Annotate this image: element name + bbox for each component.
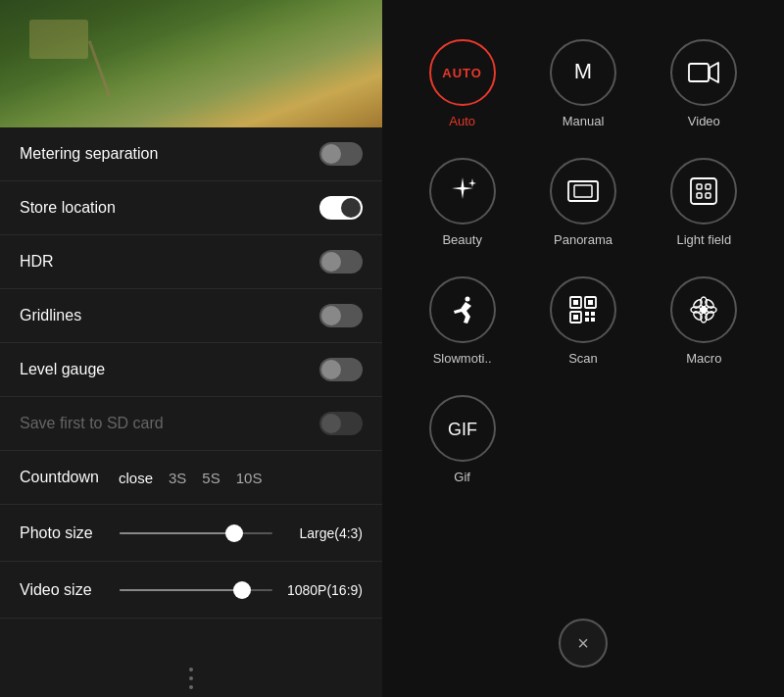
setting-row-metering-separation: Metering separation: [0, 127, 382, 181]
svg-rect-9: [706, 193, 710, 198]
panorama-icon: [566, 178, 600, 204]
video-icon: [688, 59, 719, 86]
camera-preview: [0, 0, 382, 127]
slider-track-photo-size[interactable]: [120, 532, 272, 534]
mode-item-scan[interactable]: Scan: [527, 267, 638, 375]
setting-row-save-sd: Save first to SD card: [0, 397, 382, 451]
mode-grid: AUTO Auto M Manual Video: [407, 29, 760, 494]
m-icon: M: [567, 57, 599, 88]
countdown-10s[interactable]: 10S: [236, 470, 263, 486]
mode-label-auto: Auto: [449, 114, 475, 128]
countdown-label: Countdown: [20, 469, 99, 486]
setting-label-save-sd: Save first to SD card: [20, 415, 164, 432]
mode-item-slowmotion[interactable]: Slowmoti..: [407, 267, 517, 375]
flower-icon: [687, 293, 720, 326]
toggle-store-location[interactable]: [319, 196, 363, 220]
mode-item-video[interactable]: Video: [649, 29, 760, 138]
setting-label-metering-separation: Metering separation: [20, 145, 158, 163]
svg-rect-16: [573, 315, 578, 320]
svg-text:GIF: GIF: [448, 420, 477, 439]
settings-list: Metering separation Store location HDR G…: [0, 127, 382, 656]
mode-circle-beauty: [429, 158, 496, 224]
slider-label-photo-size: Photo size: [20, 524, 108, 542]
toggle-metering-separation[interactable]: [319, 142, 363, 166]
dot-1: [189, 668, 193, 672]
mode-item-beauty[interactable]: Beauty: [407, 148, 517, 257]
qr-icon: [566, 293, 600, 326]
svg-rect-18: [591, 312, 595, 316]
left-panel: Metering separation Store location HDR G…: [0, 0, 382, 697]
svg-text:M: M: [574, 59, 592, 83]
close-button[interactable]: ×: [559, 619, 608, 668]
mode-label-light-field: Light field: [677, 232, 732, 247]
mode-circle-video: [670, 39, 737, 106]
mode-label-slowmotion: Slowmoti..: [433, 351, 492, 366]
auto-text: AUTO: [442, 66, 482, 80]
mode-label-video: Video: [688, 114, 720, 128]
mode-circle-panorama: [550, 158, 616, 224]
mode-item-panorama[interactable]: Panorama: [527, 148, 638, 257]
countdown-5s[interactable]: 5S: [202, 470, 220, 486]
slider-label-video-size: Video size: [20, 581, 108, 599]
mode-item-gif[interactable]: GIF Gif: [407, 385, 517, 494]
mode-circle-macro: [670, 276, 737, 343]
mode-circle-gif: GIF: [429, 395, 496, 462]
sparkle-icon: [446, 174, 479, 208]
svg-rect-1: [689, 64, 709, 81]
setting-label-store-location: Store location: [20, 199, 116, 217]
mode-circle-scan: [550, 276, 616, 343]
svg-rect-17: [585, 312, 589, 316]
slider-value-video-size: 1080P(16:9): [284, 582, 363, 598]
mode-circle-slowmotion: [429, 276, 496, 343]
mode-item-auto[interactable]: AUTO Auto: [407, 29, 517, 138]
mode-item-light-field[interactable]: Light field: [649, 148, 760, 257]
run-icon: [446, 293, 479, 326]
slider-track-video-size[interactable]: [120, 589, 272, 591]
mode-item-manual[interactable]: M Manual: [527, 29, 638, 138]
slider-thumb-photo-size[interactable]: [225, 524, 243, 542]
toggle-hdr[interactable]: [319, 250, 363, 274]
slider-row-video-size: Video size 1080P(16:9): [0, 562, 382, 619]
mode-circle-manual: M: [550, 39, 616, 106]
mode-item-macro[interactable]: Macro: [649, 267, 760, 375]
lightfield-icon: [687, 174, 720, 208]
dot-2: [189, 676, 193, 680]
countdown-3s[interactable]: 3S: [169, 470, 186, 486]
mode-label-scan: Scan: [568, 351, 598, 366]
countdown-row: Countdown close 3S 5S 10S: [0, 451, 382, 505]
mode-label-manual: Manual: [563, 114, 605, 128]
gif-icon: GIF: [446, 416, 479, 441]
setting-label-level-gauge: Level gauge: [20, 361, 105, 378]
toggle-gridlines[interactable]: [319, 304, 363, 327]
countdown-close[interactable]: close: [119, 470, 153, 486]
setting-label-gridlines: Gridlines: [20, 307, 81, 324]
mode-label-panorama: Panorama: [554, 232, 612, 247]
setting-row-hdr: HDR: [0, 235, 382, 289]
slider-thumb-video-size[interactable]: [233, 581, 251, 599]
svg-rect-12: [573, 300, 578, 305]
slider-row-photo-size: Photo size Large(4:3): [0, 505, 382, 562]
setting-row-store-location: Store location: [0, 181, 382, 235]
svg-rect-3: [568, 181, 598, 201]
svg-rect-4: [574, 185, 592, 197]
slider-fill-photo-size: [120, 532, 234, 534]
mode-label-gif: Gif: [454, 470, 470, 484]
slider-fill-video-size: [120, 589, 242, 591]
setting-row-gridlines: Gridlines: [0, 289, 382, 343]
svg-rect-20: [591, 318, 595, 322]
right-panel: AUTO Auto M Manual Video: [382, 0, 784, 697]
svg-point-10: [465, 297, 469, 302]
dot-3: [189, 685, 193, 689]
mode-label-beauty: Beauty: [442, 232, 481, 247]
svg-rect-5: [691, 178, 716, 204]
svg-rect-8: [697, 193, 702, 198]
bottom-dots: [0, 656, 382, 697]
svg-marker-2: [710, 63, 718, 82]
mode-circle-auto: AUTO: [429, 39, 496, 106]
toggle-save-sd[interactable]: [319, 412, 363, 435]
setting-label-hdr: HDR: [20, 253, 54, 271]
mode-label-macro: Macro: [686, 351, 721, 366]
svg-rect-19: [585, 318, 589, 322]
slider-value-photo-size: Large(4:3): [284, 525, 363, 541]
toggle-level-gauge[interactable]: [319, 358, 363, 381]
